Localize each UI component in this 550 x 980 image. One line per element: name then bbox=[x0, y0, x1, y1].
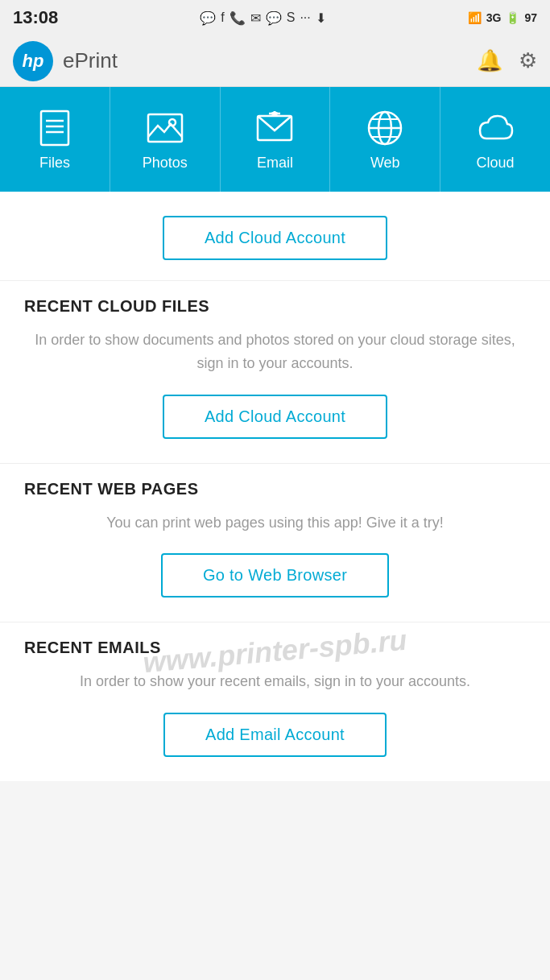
viber-icon: 📞 bbox=[230, 10, 246, 26]
header-right: 🔔 ⚙ bbox=[477, 48, 537, 73]
status-right: 📶 3G 🔋 97 bbox=[468, 11, 537, 24]
add-cloud-account-button[interactable]: Add Cloud Account bbox=[163, 395, 387, 439]
cloud-icon bbox=[475, 108, 515, 148]
header-left: hp ePrint bbox=[13, 41, 118, 81]
top-action-area: Add Cloud Account bbox=[0, 192, 550, 280]
status-time: 13:08 bbox=[13, 7, 58, 28]
recent-cloud-files-section: RECENT CLOUD FILES In order to show docu… bbox=[0, 280, 550, 463]
add-cloud-account-top-button[interactable]: Add Cloud Account bbox=[163, 216, 387, 260]
battery-icon: 🔋 bbox=[506, 11, 519, 24]
svg-point-5 bbox=[169, 119, 176, 126]
settings-button[interactable]: ⚙ bbox=[519, 48, 537, 73]
svg-rect-0 bbox=[41, 111, 68, 145]
status-bar: 13:08 💬 f 📞 ✉ 💬 S ··· ⬇ 📶 3G 🔋 97 bbox=[0, 0, 550, 35]
chat-icon: 💬 bbox=[266, 10, 282, 26]
tab-cloud-label: Cloud bbox=[477, 155, 515, 172]
hp-logo-text: hp bbox=[23, 51, 44, 72]
main-content: www.printer-spb.ru Add Cloud Account REC… bbox=[0, 192, 550, 781]
tab-web-label: Web bbox=[370, 155, 400, 172]
photos-icon bbox=[145, 108, 185, 148]
tab-photos-label: Photos bbox=[143, 155, 188, 172]
skype-icon: S bbox=[287, 10, 296, 25]
files-icon bbox=[35, 108, 75, 148]
facebook-icon: f bbox=[221, 10, 224, 25]
recent-web-pages-section: RECENT WEB PAGES You can print web pages… bbox=[0, 463, 550, 622]
recent-emails-section: RECENT EMAILS In order to show your rece… bbox=[0, 622, 550, 781]
nav-tabs: Files Photos Email Web bbox=[0, 87, 550, 192]
recent-cloud-files-action: Add Cloud Account bbox=[24, 395, 526, 439]
tab-files-label: Files bbox=[39, 155, 70, 172]
add-email-account-button[interactable]: Add Email Account bbox=[163, 713, 387, 757]
tab-cloud[interactable]: Cloud bbox=[440, 87, 550, 192]
message-icon: 💬 bbox=[200, 10, 216, 26]
go-to-web-browser-button[interactable]: Go to Web Browser bbox=[161, 553, 389, 598]
email-icon: ✉ bbox=[250, 10, 261, 26]
email-icon bbox=[254, 108, 295, 148]
recent-cloud-files-title: RECENT CLOUD FILES bbox=[24, 297, 526, 316]
notifications-button[interactable]: 🔔 bbox=[477, 48, 502, 73]
status-icons: 💬 f 📞 ✉ 💬 S ··· ⬇ bbox=[200, 10, 325, 26]
tab-web[interactable]: Web bbox=[330, 87, 440, 192]
tab-email[interactable]: Email bbox=[221, 87, 331, 192]
tab-files[interactable]: Files bbox=[0, 87, 110, 192]
recent-web-pages-desc: You can print web pages using this app! … bbox=[24, 511, 526, 535]
app-title: ePrint bbox=[63, 48, 118, 73]
tab-photos[interactable]: Photos bbox=[110, 87, 221, 192]
recent-emails-desc: In order to show your recent emails, sig… bbox=[24, 670, 526, 693]
recent-web-pages-title: RECENT WEB PAGES bbox=[24, 480, 526, 498]
recent-emails-title: RECENT EMAILS bbox=[24, 639, 526, 657]
battery-level: 97 bbox=[524, 11, 537, 24]
web-icon bbox=[365, 108, 405, 148]
recent-cloud-files-desc: In order to show documents and photos st… bbox=[24, 329, 526, 375]
recent-web-pages-action: Go to Web Browser bbox=[24, 553, 526, 598]
app-header: hp ePrint 🔔 ⚙ bbox=[0, 35, 550, 87]
download-icon: ⬇ bbox=[316, 10, 326, 26]
svg-rect-4 bbox=[148, 114, 182, 142]
dots-icon: ··· bbox=[300, 10, 310, 25]
signal-icon: 3G bbox=[486, 11, 502, 24]
hp-logo: hp bbox=[13, 41, 53, 81]
wifi-icon: 📶 bbox=[468, 11, 482, 24]
tab-email-label: Email bbox=[257, 155, 293, 172]
recent-emails-action: Add Email Account bbox=[24, 713, 526, 757]
